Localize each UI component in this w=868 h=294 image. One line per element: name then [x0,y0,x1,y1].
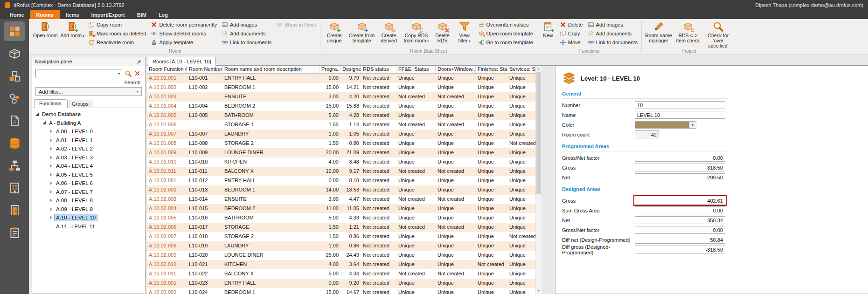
column-header[interactable]: Services: Status [507,66,535,73]
color-swatch[interactable] [635,121,689,129]
table-row[interactable]: A.10.01.008L10-008STORAGE 21.500.80Not c… [147,139,535,148]
search-link[interactable]: Search [124,80,140,85]
table-row[interactable]: A.10.01.003ENSUITE3.004.20Not createdNot… [147,92,535,102]
column-header[interactable]: FF&E: Status [396,66,436,73]
chevron-down-icon[interactable]: ▾ [689,121,696,129]
tree-item[interactable]: A.03 - LEVEL 3 [32,153,145,162]
mark-room-deleted-button[interactable]: Mark room as deleted [86,29,148,38]
tab-items[interactable]: Items [60,10,85,19]
go-to-room-template-button[interactable]: Go to room template [476,38,535,47]
tab-home[interactable]: Home [4,10,30,19]
create-derived-button[interactable]: Create derived [377,20,401,48]
sidebar-documents[interactable] [4,111,25,130]
functions-new-button[interactable]: New [539,20,557,48]
collapse-icon[interactable] [41,121,47,124]
table-row[interactable]: A.10.02.002L10-013BEDROOM 114.0013.53Not… [147,185,535,195]
functions-delete-button[interactable]: Delete [558,21,585,29]
table-row[interactable]: A.10.01.009L10-009LOUNGE DINER20.0021.09… [147,148,535,157]
show-deleted-rooms-button[interactable]: Show deleted rooms [149,29,219,38]
add-images-button[interactable]: Add images [220,21,273,29]
column-header[interactable]: Room name and room description [222,66,319,73]
programmed-gross-field[interactable] [635,164,725,171]
table-row[interactable]: A.10.01.011L10-011BALCONY X10.009.17Not … [147,167,535,176]
table-row[interactable]: A.10.03.001L10-023ENTRY HALL0.009.20Not … [147,279,535,288]
table-row[interactable]: A.10.02.008L10-019LAUNDRY1.000.86Not cre… [147,241,535,251]
scrollbar-thumb[interactable] [536,72,541,194]
table-row[interactable]: A.10.01.005L10-005BATHROOM5.004.28Not cr… [147,111,535,120]
functions-copy-button[interactable]: Copy [558,29,585,38]
table-row[interactable]: A.10.02.006L10-017STORAGE1.501.21Not cre… [147,223,535,232]
search-input[interactable] [38,71,117,76]
sidebar-reports[interactable] [4,223,25,242]
number-field[interactable] [635,101,725,109]
tree-item[interactable]: A.11 - LEVEL 11 [32,222,145,231]
expand-icon[interactable] [48,190,54,194]
tree-item[interactable]: A.00 - LEVEL 0 [32,127,145,136]
overwritten-values-button[interactable]: Overwritten values [476,21,535,29]
functions-add-images-button[interactable]: Add images [586,21,639,29]
tree-item[interactable]: A.07 - LEVEL 7 [32,188,145,197]
table-row[interactable]: A.10.02.011L10-022BALCONY X5.004.34Not c… [147,269,535,279]
table-row[interactable]: A.10.02.001L10-012ENTRY HALL0.008.10Not … [147,176,535,185]
column-header[interactable]: Designe... [340,66,361,73]
programmed-gross-net-factor-field[interactable] [635,154,725,162]
expand-icon[interactable] [48,198,54,202]
chevron-down-icon[interactable]: ▾ [117,72,121,76]
tab-import-export[interactable]: Import/Export [85,10,131,19]
delete-room-permanently-button[interactable]: Delete room permanently [149,21,219,29]
add-room-button[interactable]: Add room▾ [60,20,86,48]
tab-bim[interactable]: BIM [131,10,153,19]
scroll-down-icon[interactable]: ▼ [536,288,542,294]
room-name-manager-button[interactable]: Room name manager [644,20,674,48]
sidebar-occurrences[interactable] [4,89,25,108]
tree-item[interactable]: A.01 - LEVEL 1 [32,136,145,145]
tree-item[interactable]: A.04 - LEVEL 4 [32,162,145,171]
expand-icon[interactable] [48,156,54,159]
table-row[interactable]: A.10.01.001L10-001ENTRY HALL0.009.79Not … [147,74,535,83]
functions-link-documents-button[interactable]: Link to documents [586,38,639,47]
table-row[interactable]: A.10.02.009L10-020LOUNGE DINER25.0024.49… [147,251,535,260]
expand-icon[interactable] [48,207,54,211]
table-row[interactable]: A.10.01.006STORAGE 11.501.14Not createdN… [147,120,535,130]
diff-gross-field[interactable] [635,246,725,253]
designed-gross-field[interactable] [635,197,725,205]
column-header[interactable]: Progra... [319,66,340,73]
table-row[interactable]: A.10.03.002L10-024BEDROOM 115.0014.67Not… [147,288,535,294]
diff-net-field[interactable] [635,236,725,244]
open-room-button[interactable]: Open room [32,20,59,48]
show-in-revit-button[interactable]: Show in Revit [274,21,318,29]
functions-move-button[interactable]: Move [558,38,585,47]
pin-icon[interactable] [136,59,142,65]
expand-icon[interactable] [48,173,54,177]
tab-rooms-level-10[interactable]: Rooms [A.10 - LEVEL 10] [148,57,216,66]
tree-item[interactable]: A.02 - LEVEL 2 [32,144,145,153]
designed-net-field[interactable] [635,216,725,224]
copy-rds-from-room-button[interactable]: Copy RDS from room▾ [402,20,431,48]
color-picker[interactable]: ▾ [635,121,696,129]
add-filter-button[interactable]: Add filter... ▾ [35,87,142,96]
apply-template-button[interactable]: Apply template [149,38,219,47]
create-from-template-button[interactable]: Create from template [347,20,376,48]
sidebar-items[interactable] [4,66,25,86]
sidebar-room-data[interactable] [4,44,25,63]
tab-groups[interactable]: Groups [67,100,93,108]
expand-icon[interactable] [48,216,54,219]
programmed-net-field[interactable] [635,173,725,181]
designed-gross-net-factor-field[interactable] [635,226,725,234]
tab-log[interactable]: Log [153,10,174,19]
link-to-documents-button[interactable]: Link to documents [220,38,273,47]
tree-item[interactable]: A.10 - LEVEL 10 [32,213,145,222]
tree-item[interactable]: Demo Database [32,110,145,119]
expand-icon[interactable] [48,181,54,185]
table-row[interactable]: A.10.01.004L10-004BEDROOM 215.0015.88Not… [147,102,535,111]
clear-search-icon[interactable] [134,70,142,77]
tab-rooms[interactable]: Rooms [30,10,60,19]
create-unique-button[interactable]: Create unique [322,20,347,48]
expand-icon[interactable] [48,147,54,150]
sidebar-database[interactable] [4,133,25,153]
expand-icon[interactable] [48,138,54,142]
column-header[interactable]: Room Number [187,66,222,73]
table-row[interactable]: A.10.02.003L10-014ENSUITE3.004.47Not cre… [147,195,535,204]
copy-room-button[interactable]: Copy room [86,21,148,29]
sidebar-doors[interactable] [4,200,25,220]
